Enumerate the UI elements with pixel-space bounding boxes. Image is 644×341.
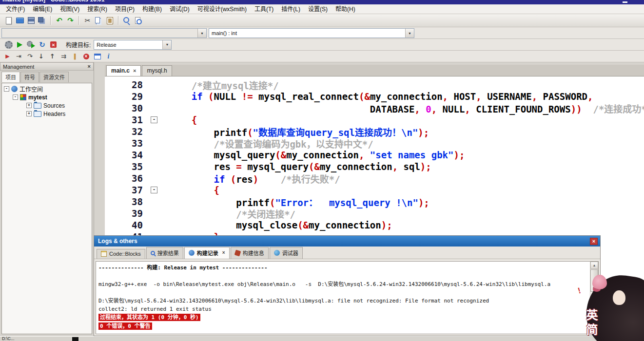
workspace-icon bbox=[11, 86, 18, 92]
editor-tab-main.c[interactable]: main.c× bbox=[106, 65, 141, 76]
fold-marker-icon[interactable]: - bbox=[151, 187, 157, 193]
fold-marker-icon[interactable]: - bbox=[151, 116, 157, 123]
log-line: mingw32-g++.exe -o bin\Release\mytest.ex… bbox=[98, 280, 588, 288]
logs-tab-调试器[interactable]: 调试器 bbox=[270, 247, 303, 259]
code-text: /*设置查询编码为gbk，以支持中文*/ bbox=[169, 137, 373, 150]
next-instruction-icon[interactable] bbox=[59, 51, 69, 61]
menu-item[interactable]: 调试(D) bbox=[166, 4, 194, 14]
menu-item[interactable]: 工具(T) bbox=[251, 4, 277, 14]
menu-item[interactable]: 可视设计(wxSmith) bbox=[194, 4, 251, 14]
logs-tab-搜索结果[interactable]: 搜索结果 bbox=[146, 247, 183, 259]
log-line: 0 个错误，0 个警告 bbox=[98, 322, 588, 331]
break-debugger-icon[interactable] bbox=[70, 51, 80, 61]
run-to-cursor-icon[interactable] bbox=[14, 51, 24, 61]
tree-expander-icon[interactable]: - bbox=[4, 86, 9, 92]
line-number: 28 bbox=[105, 79, 150, 90]
close-icon[interactable]: × bbox=[590, 238, 598, 245]
code-line: 39 /*关闭连接*/ bbox=[105, 208, 644, 219]
log-line bbox=[98, 272, 588, 280]
chevron-down-icon[interactable]: ▼ bbox=[197, 29, 206, 38]
tree-item[interactable]: +Headers bbox=[2, 110, 92, 118]
logs-tab-构建记录[interactable]: 构建记录× bbox=[184, 247, 230, 259]
logs-title-bar[interactable]: Logs & others × bbox=[94, 236, 600, 246]
editor-tab-mysql.h[interactable]: mysql.h bbox=[142, 65, 172, 76]
step-out-icon[interactable] bbox=[47, 51, 58, 61]
abort-icon[interactable] bbox=[48, 39, 59, 50]
project-icon bbox=[20, 94, 26, 100]
mascot-face bbox=[613, 290, 625, 305]
code-text: mysql_close(&my_connection); bbox=[169, 220, 392, 230]
debugger-toolbar bbox=[0, 51, 644, 62]
menu-item[interactable]: 编辑(E) bbox=[29, 4, 56, 14]
management-tab-项目[interactable]: 项目 bbox=[1, 72, 20, 82]
build-and-run-icon[interactable] bbox=[26, 39, 36, 50]
tree-item[interactable]: -工作空间 bbox=[2, 85, 92, 93]
code-line: 29 if (NULL != mysql_real_connect(&my_co… bbox=[105, 91, 644, 102]
copy-icon[interactable] bbox=[94, 16, 104, 26]
debug-info-icon[interactable] bbox=[103, 51, 114, 61]
redo-icon[interactable] bbox=[65, 16, 76, 26]
management-title: Management bbox=[3, 64, 34, 70]
management-panel: Management × 项目符号资源文件 -工作空间-mytest+Sourc… bbox=[0, 62, 94, 336]
code-text: if (NULL != mysql_real_connect(&my_conne… bbox=[169, 91, 593, 102]
line-number: 32 bbox=[105, 126, 150, 137]
tree-expander-icon[interactable]: - bbox=[13, 95, 18, 100]
management-tab-资源文件[interactable]: 资源文件 bbox=[39, 72, 69, 82]
code-completion-toolbar: ▼ main() : int ▼ bbox=[0, 27, 644, 39]
save-all-icon[interactable] bbox=[37, 16, 47, 26]
line-number: 38 bbox=[105, 196, 150, 207]
mascot-text: 英简 bbox=[583, 309, 600, 338]
folder-icon bbox=[34, 103, 41, 109]
cut-icon[interactable] bbox=[82, 16, 93, 26]
tree-label: 工作空间 bbox=[20, 85, 43, 93]
logs-tab-Code::Blocks[interactable]: Code::Blocks bbox=[97, 249, 145, 259]
chevron-down-icon[interactable]: ▼ bbox=[405, 29, 414, 38]
build-target-combo[interactable]: Release ▼ bbox=[94, 40, 172, 50]
menu-item[interactable]: 构建(B) bbox=[138, 4, 166, 14]
menu-item[interactable]: 设置(S) bbox=[304, 4, 332, 14]
tree-expander-icon[interactable]: + bbox=[26, 111, 32, 116]
find-in-files-icon[interactable] bbox=[133, 16, 143, 26]
run-icon[interactable] bbox=[15, 39, 25, 50]
logs-tab-构建信息[interactable]: 构建信息 bbox=[231, 247, 269, 259]
tree-item[interactable]: +Sources bbox=[2, 101, 92, 110]
paste-icon[interactable] bbox=[105, 16, 115, 26]
scope-combo[interactable]: ▼ bbox=[1, 28, 207, 38]
build-icon[interactable] bbox=[3, 39, 14, 50]
menu-item[interactable]: 搜索(R) bbox=[83, 4, 111, 14]
close-icon[interactable]: × bbox=[88, 64, 91, 69]
line-number: 40 bbox=[105, 220, 150, 230]
code-line: 35 res = mysql_query(&my_connection, sql… bbox=[105, 161, 644, 172]
find-icon[interactable] bbox=[122, 16, 132, 26]
minimize-button[interactable] bbox=[623, 1, 627, 3]
menu-item[interactable]: 文件(F) bbox=[2, 4, 29, 14]
close-tab-icon[interactable]: × bbox=[222, 250, 225, 255]
new-file-icon[interactable] bbox=[3, 16, 14, 26]
debug-continue-icon[interactable] bbox=[2, 51, 13, 61]
open-file-icon[interactable] bbox=[15, 16, 25, 26]
editor-tab-bar: main.c×mysql.h bbox=[105, 65, 644, 76]
menu-item[interactable]: 插件(L) bbox=[277, 4, 304, 14]
editor-tab-label: mysql.h bbox=[147, 67, 167, 74]
log-line: collect2: ld returned 1 exit status bbox=[98, 305, 588, 313]
management-caption[interactable]: Management × bbox=[0, 62, 94, 71]
menu-item[interactable]: 帮助(H) bbox=[332, 4, 359, 14]
debugging-windows-icon[interactable] bbox=[92, 51, 102, 61]
close-tab-icon[interactable]: × bbox=[133, 68, 136, 74]
management-tab-符号[interactable]: 符号 bbox=[20, 72, 39, 82]
next-line-icon[interactable] bbox=[25, 51, 35, 61]
tree-expander-icon[interactable]: + bbox=[26, 103, 32, 108]
line-number: 29 bbox=[105, 91, 150, 102]
symbol-combo[interactable]: main() : int ▼ bbox=[209, 28, 414, 38]
step-into-icon[interactable] bbox=[36, 51, 46, 61]
rebuild-icon[interactable] bbox=[37, 39, 47, 50]
stop-debugger-icon[interactable] bbox=[81, 51, 91, 61]
menu-item[interactable]: 项目(P) bbox=[111, 4, 138, 14]
save-icon[interactable] bbox=[26, 16, 36, 26]
log-line: -------------- 构建: Release in mytest ---… bbox=[98, 264, 588, 272]
menu-item[interactable]: 视图(V) bbox=[56, 4, 83, 14]
tree-item[interactable]: -mytest bbox=[2, 93, 92, 101]
undo-icon[interactable] bbox=[54, 16, 64, 26]
chevron-down-icon[interactable]: ▼ bbox=[162, 40, 171, 49]
logs-title: Logs & others bbox=[98, 238, 137, 245]
